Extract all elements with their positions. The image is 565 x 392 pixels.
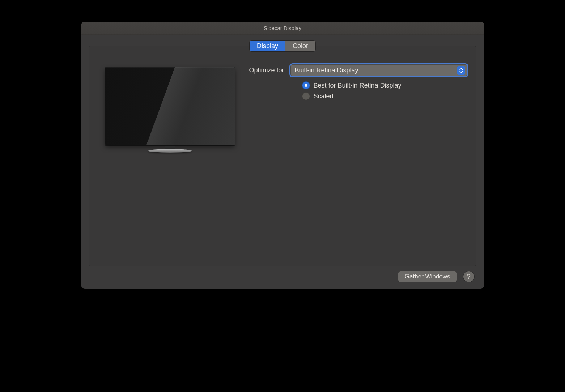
footer: Gather Windows ?: [89, 266, 476, 282]
optimize-for-label: Optimize for:: [249, 67, 286, 74]
display-preview-screen: [105, 67, 235, 145]
optimize-for-row: Optimize for: Built-in Retina Display: [249, 64, 467, 76]
tab-color[interactable]: Color: [285, 41, 315, 51]
tab-color-label: Color: [293, 42, 308, 50]
radio-scaled-label: Scaled: [314, 93, 334, 100]
tabs-row: Display Color: [89, 35, 476, 51]
radio-best-label: Best for Built-in Retina Display: [314, 82, 402, 89]
gather-windows-label: Gather Windows: [405, 273, 450, 280]
select-arrows-icon: [457, 66, 465, 75]
help-icon: ?: [467, 273, 471, 281]
display-preview-stand: [148, 146, 192, 153]
settings-column: Optimize for: Built-in Retina Display Be…: [249, 62, 467, 100]
optimize-for-select[interactable]: Built-in Retina Display: [290, 64, 467, 76]
window-title: Sidecar Display: [264, 25, 301, 31]
tab-segmented-control: Display Color: [250, 41, 315, 51]
optimize-for-value: Built-in Retina Display: [295, 67, 457, 74]
gather-windows-button[interactable]: Gather Windows: [398, 271, 457, 282]
tab-display[interactable]: Display: [250, 41, 285, 51]
radio-indicator: [302, 92, 310, 100]
radio-indicator-selected: [302, 81, 310, 89]
content-area: Display Color Optimize for: Built-in Ret…: [81, 35, 484, 289]
titlebar: Sidecar Display: [81, 22, 484, 35]
preferences-window: Sidecar Display Display Color Optimize f…: [81, 22, 484, 289]
help-button[interactable]: ?: [463, 271, 474, 282]
resolution-radio-group: Best for Built-in Retina Display Scaled: [302, 81, 467, 100]
radio-scaled[interactable]: Scaled: [302, 92, 467, 100]
tab-display-label: Display: [257, 42, 278, 50]
settings-panel: Optimize for: Built-in Retina Display Be…: [89, 46, 476, 266]
display-preview: [105, 67, 235, 151]
radio-best-for-display[interactable]: Best for Built-in Retina Display: [302, 81, 467, 89]
